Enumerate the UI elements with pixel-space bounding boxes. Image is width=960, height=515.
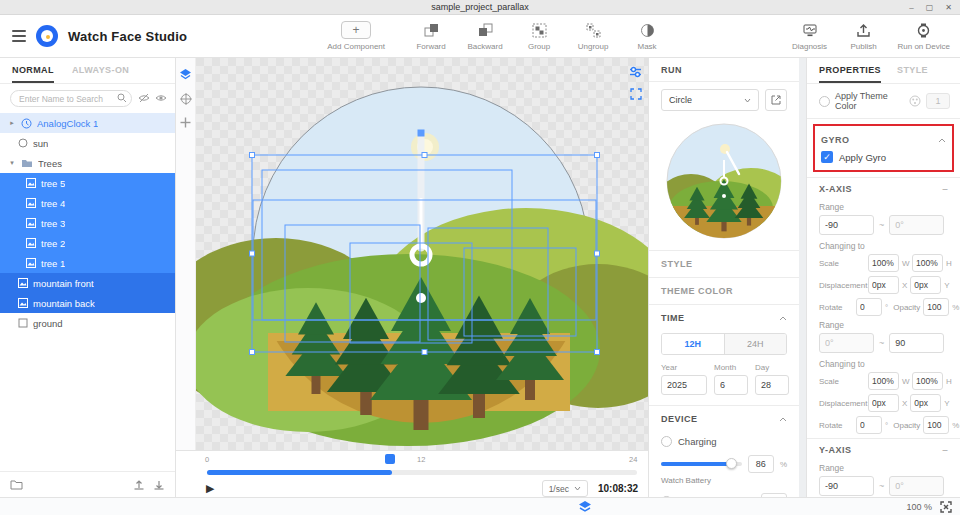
publish-icon — [855, 21, 873, 39]
watchface-scene[interactable] — [196, 58, 648, 450]
mask-button[interactable]: Mask — [627, 21, 667, 51]
x2-scale-w-field[interactable] — [868, 372, 899, 390]
collapse-icon[interactable]: – — [942, 445, 948, 455]
backward-button[interactable]: Backward — [465, 21, 505, 51]
collapse-icon[interactable]: – — [942, 184, 948, 194]
open-preview-window-button[interactable] — [765, 89, 787, 111]
battery-slider[interactable] — [661, 462, 742, 466]
layer-row-tree5[interactable]: tree 5 — [0, 173, 175, 193]
x1-scale-w-field[interactable] — [868, 254, 899, 272]
day-field[interactable] — [755, 375, 789, 395]
toggle-24h[interactable]: 24H — [725, 334, 787, 354]
layer-row-analogclock[interactable]: ▸ AnalogClock 1 — [0, 113, 175, 133]
timeline-track[interactable] — [207, 470, 637, 475]
fit-to-screen-icon[interactable] — [940, 501, 952, 513]
x-range1-max-field[interactable] — [889, 215, 944, 235]
device-section-header[interactable]: DEVICE — [649, 405, 799, 432]
fit-canvas-icon[interactable] — [630, 88, 642, 100]
group-icon — [530, 21, 548, 39]
export-icon[interactable] — [153, 479, 165, 490]
layer-row-tree4[interactable]: tree 4 — [0, 193, 175, 213]
layer-row-ground[interactable]: ground — [0, 313, 175, 333]
adjust-sliders-icon[interactable] — [629, 66, 642, 78]
chevron-up-icon[interactable] — [938, 138, 946, 143]
menu-icon[interactable] — [12, 30, 26, 42]
import-icon[interactable] — [133, 479, 145, 490]
apply-theme-color-radio[interactable] — [819, 96, 830, 107]
close-button[interactable]: ✕ — [945, 3, 952, 12]
year-field[interactable] — [661, 375, 707, 395]
tab-normal[interactable]: NORMAL — [12, 58, 54, 83]
tab-style[interactable]: STYLE — [897, 58, 928, 83]
caret-down-icon[interactable]: ▾ — [8, 159, 16, 167]
layers-view-icon[interactable] — [179, 68, 192, 81]
timeline-playhead[interactable] — [385, 454, 395, 464]
toggle-12h[interactable]: 12H — [662, 334, 725, 354]
style-section-header[interactable]: STYLE — [649, 250, 799, 277]
layer-row-mountain-front[interactable]: mountain front — [0, 273, 175, 293]
apply-gyro-checkbox[interactable]: ✓ — [821, 151, 833, 163]
ungroup-button[interactable]: Ungroup — [573, 21, 613, 51]
layer-row-tree2[interactable]: tree 2 — [0, 233, 175, 253]
range-label: Range — [819, 320, 948, 330]
apply-gyro-label: Apply Gyro — [839, 152, 886, 163]
add-component-button[interactable]: + Add Component — [327, 21, 385, 51]
play-button[interactable]: ▶ — [206, 482, 214, 495]
layers-panel: NORMAL ALWAYS-ON ▸ AnalogClock 1 sun ▾ T — [0, 58, 176, 497]
forward-button[interactable]: Forward — [411, 21, 451, 51]
x-range2-max-field[interactable] — [889, 333, 944, 353]
chevron-up-icon — [779, 316, 787, 321]
x2-disp-x-field[interactable] — [868, 394, 899, 412]
clock-icon — [21, 118, 32, 129]
battery-slider-knob[interactable] — [726, 458, 737, 469]
hide-all-icon[interactable] — [138, 93, 150, 105]
shape-select[interactable]: Circle — [661, 89, 759, 111]
time-section-header[interactable]: TIME — [649, 304, 799, 331]
x1-opacity-field[interactable] — [923, 298, 949, 316]
hour-format-toggle: 12H 24H — [661, 333, 787, 355]
caret-right-icon[interactable]: ▸ — [8, 119, 16, 127]
x1-scale-h-field[interactable] — [912, 254, 943, 272]
layer-search-input[interactable] — [10, 90, 132, 107]
x2-scale-h-field[interactable] — [912, 372, 943, 390]
layers-panel-footer — [0, 471, 175, 497]
x-range1-min-field[interactable] — [819, 215, 874, 235]
show-all-icon[interactable] — [155, 93, 167, 105]
x2-opacity-field[interactable] — [923, 416, 949, 434]
x2-rotate-field[interactable] — [856, 416, 882, 434]
x1-rotate-field[interactable] — [856, 298, 882, 316]
layer-row-sun[interactable]: sun — [0, 133, 175, 153]
y-range1-min-field[interactable] — [819, 476, 874, 496]
month-field[interactable] — [714, 375, 748, 395]
console-toggle-icon[interactable] — [578, 500, 592, 515]
tab-always-on[interactable]: ALWAYS-ON — [72, 58, 129, 83]
layer-row-tree3[interactable]: tree 3 — [0, 213, 175, 233]
y-range1-max-field[interactable] — [889, 476, 944, 496]
layer-row-tree1[interactable]: tree 1 — [0, 253, 175, 273]
playback-rate-select[interactable]: 1/sec — [542, 480, 588, 497]
group-button[interactable]: Group — [519, 21, 559, 51]
maximize-button[interactable]: ▢ — [926, 3, 934, 12]
layer-row-mountain-back[interactable]: mountain back — [0, 293, 175, 313]
ungroup-icon — [584, 21, 602, 39]
theme-color-section-header[interactable]: THEME COLOR — [649, 277, 799, 304]
minimize-button[interactable]: – — [909, 3, 913, 12]
chevron-down-icon — [574, 486, 581, 491]
diagnosis-button[interactable]: Diagnosis — [790, 21, 830, 51]
design-canvas[interactable] — [196, 58, 648, 450]
add-guide-icon[interactable] — [180, 117, 191, 128]
x-range2-min-field[interactable] — [819, 333, 874, 353]
guide-icon[interactable] — [180, 93, 192, 105]
new-folder-icon[interactable] — [10, 479, 23, 490]
publish-button[interactable]: Publish — [844, 21, 884, 51]
layer-row-trees-group[interactable]: ▾ Trees — [0, 153, 175, 173]
tab-properties[interactable]: PROPERTIES — [819, 58, 881, 83]
window-titlebar: sample_project_parallax – ▢ ✕ — [0, 0, 960, 15]
run-on-device-button[interactable]: Run on Device — [898, 21, 950, 51]
battery-value-field[interactable] — [748, 455, 774, 473]
x2-disp-y-field[interactable] — [910, 394, 941, 412]
x1-disp-x-field[interactable] — [868, 276, 899, 294]
zoom-level[interactable]: 100 — [906, 502, 921, 512]
charging-radio[interactable] — [661, 436, 672, 447]
x1-disp-y-field[interactable] — [910, 276, 941, 294]
